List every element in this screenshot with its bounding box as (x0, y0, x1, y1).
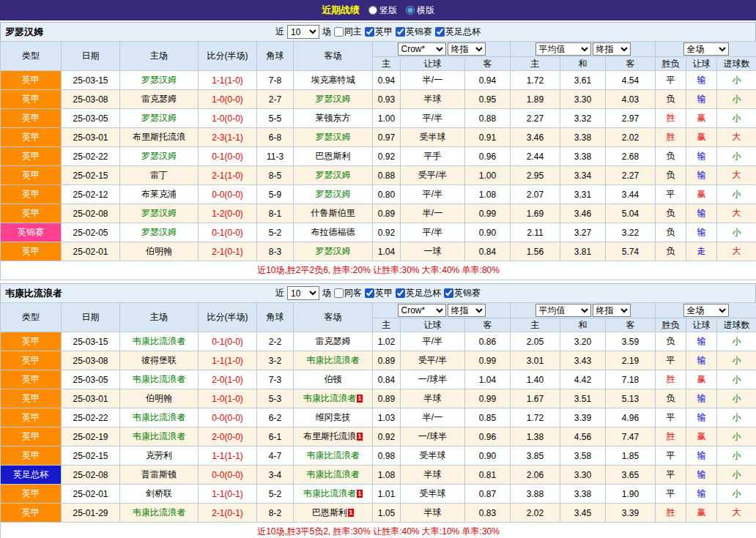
team-section: 韦康比流浪者 近 10 场 同客 英甲 英足总杯 英锦赛 类型 日期 主场 比分… (0, 283, 756, 538)
odds-company-select[interactable]: Crow* (398, 42, 446, 56)
fulltime-select[interactable]: 全场 (683, 42, 729, 56)
result-goals: 大 (717, 128, 756, 147)
asia-home-odds: 0.92 (373, 427, 401, 447)
away-team-name: 布拉德福德 (311, 227, 355, 237)
match-date: 25-03-08 (62, 90, 120, 109)
same-venue-checkbox[interactable] (334, 288, 344, 298)
average-select[interactable]: 平均值 (536, 42, 591, 56)
europe-away-odds: 5.04 (606, 204, 656, 223)
col-eu-home: 主 (511, 318, 560, 332)
average-select[interactable]: 平均值 (536, 304, 591, 317)
asia-home-odds: 0.88 (373, 166, 401, 185)
europe-draw-odds: 3.32 (560, 109, 606, 128)
league-checkbox-3[interactable] (444, 288, 453, 298)
europe-away-odds: 3.65 (606, 466, 656, 485)
away-team: 罗瑟汉姆 (294, 90, 373, 109)
asia-home-odds: 0.92 (373, 223, 401, 242)
away-team: 罗瑟汉姆 (294, 128, 373, 147)
average-time-select[interactable]: 终指 (593, 304, 631, 317)
league-badge: 英甲 (1, 71, 62, 90)
asia-away-odds: 0.94 (465, 71, 511, 90)
away-team: 韦康比流浪者 (294, 351, 373, 370)
home-team: 韦康比流浪者 (120, 332, 199, 351)
same-venue-checkbox[interactable] (334, 27, 344, 37)
fulltime-select[interactable]: 全场 (683, 304, 729, 317)
league-checkbox-2[interactable] (396, 288, 405, 298)
result-goals: 小 (717, 389, 756, 408)
result-goals: 小 (717, 466, 756, 485)
away-team-name: 埃克塞特城 (311, 75, 355, 85)
asia-home-odds: 0.97 (373, 128, 401, 147)
score: 2-1(0-1) (199, 504, 257, 523)
average-time-select[interactable]: 终指 (593, 42, 631, 56)
home-team: 克劳利 (120, 447, 199, 466)
europe-away-odds: 7.18 (606, 370, 656, 389)
col-asia-away: 客 (465, 57, 511, 71)
result-goals: 大 (717, 242, 756, 261)
europe-away-odds: 2.97 (606, 109, 656, 128)
league-filter-2[interactable]: 英锦赛 (396, 26, 432, 38)
layout-horizontal-option[interactable]: 横版 (406, 4, 434, 17)
league-filter-3[interactable]: 英锦赛 (444, 287, 481, 299)
league-filter-2[interactable]: 英足总杯 (396, 287, 441, 299)
layout-vertical-radio[interactable] (368, 6, 377, 15)
europe-draw-odds: 3.51 (560, 389, 606, 408)
recent-count-select[interactable]: 10 (287, 286, 319, 300)
away-team-name: 韦康比流浪者 (303, 488, 356, 498)
recent-count-select[interactable]: 10 (287, 25, 319, 39)
layout-horizontal-radio[interactable] (406, 6, 415, 15)
europe-home-odds: 1.67 (511, 389, 560, 408)
home-team-name: 韦康比流浪者 (133, 374, 185, 384)
layout-vertical-option[interactable]: 竖版 (368, 4, 397, 17)
result-outcome: 平 (656, 71, 686, 90)
same-venue-filter[interactable]: 同客 (334, 287, 362, 299)
home-team: 彼得堡联 (120, 351, 199, 370)
asia-handicap-line: 半球 (401, 466, 465, 485)
odds-time-select[interactable]: 终指 (448, 304, 486, 317)
league-badge: 英甲 (1, 185, 62, 204)
asia-handicap-line: 半/一 (401, 408, 465, 427)
odds-time-select[interactable]: 终指 (448, 42, 486, 56)
league-badge: 英甲 (1, 332, 62, 351)
league-checkbox-1[interactable] (365, 288, 374, 298)
league-checkbox-3[interactable] (435, 27, 445, 37)
asia-away-odds: 0.96 (465, 147, 511, 166)
away-team-name: 韦康比流浪者 (307, 469, 360, 479)
match-date: 25-02-15 (62, 447, 120, 466)
league-checkbox-1[interactable] (365, 27, 374, 37)
table-row: 英甲 25-03-08 雷克瑟姆 1-0(0-0) 2-7 罗瑟汉姆 0.93 … (1, 90, 756, 109)
league-badge: 英甲 (1, 166, 62, 185)
corner-score: 7-3 (257, 370, 294, 389)
odds-company-select[interactable]: Crow* (398, 304, 446, 317)
asia-away-odds: 1.04 (465, 370, 511, 389)
table-row: 英甲 25-02-22 韦康比流浪者 0-0(0-0) 6-2 维冈竞技 1.0… (1, 408, 756, 427)
league-badge: 英甲 (1, 109, 62, 128)
league-badge: 英甲 (1, 147, 62, 166)
asia-home-odds: 0.93 (373, 90, 401, 109)
league-checkbox-2[interactable] (396, 27, 405, 37)
league-filter-1[interactable]: 英甲 (365, 287, 393, 299)
col-asia-line: 让球 (401, 57, 465, 71)
score: 1-0(0-0) (199, 90, 257, 109)
result-outcome: 胜 (656, 427, 686, 447)
col-outcome: 胜负 (656, 318, 686, 332)
away-team: 韦康比流浪者1 (294, 389, 373, 408)
league-filter-1[interactable]: 英甲 (365, 26, 393, 38)
europe-draw-odds: 3.30 (560, 90, 606, 109)
same-venue-filter[interactable]: 同主 (334, 26, 362, 38)
league-filter-3[interactable]: 英足总杯 (435, 26, 481, 38)
result-goals: 小 (717, 351, 756, 370)
home-team-name: 雷克瑟姆 (141, 94, 177, 104)
score: 2-1(0-1) (199, 242, 257, 261)
corner-score: 7-8 (257, 71, 294, 90)
europe-away-odds: 2.02 (606, 128, 656, 147)
home-team-name: 罗瑟汉姆 (141, 75, 177, 85)
fulltime-header: 全场 (656, 42, 756, 57)
score: 2-3(1-1) (199, 128, 257, 147)
result-outcome: 负 (656, 90, 686, 109)
europe-home-odds: 3.46 (511, 128, 560, 147)
asia-away-odds: 0.95 (465, 90, 511, 109)
europe-away-odds: 4.03 (606, 90, 656, 109)
away-team-name: 什鲁斯伯里 (311, 208, 355, 218)
table-row: 英甲 25-03-05 罗瑟汉姆 1-0(0-0) 5-5 莱顿东方 1.00 … (1, 109, 756, 128)
